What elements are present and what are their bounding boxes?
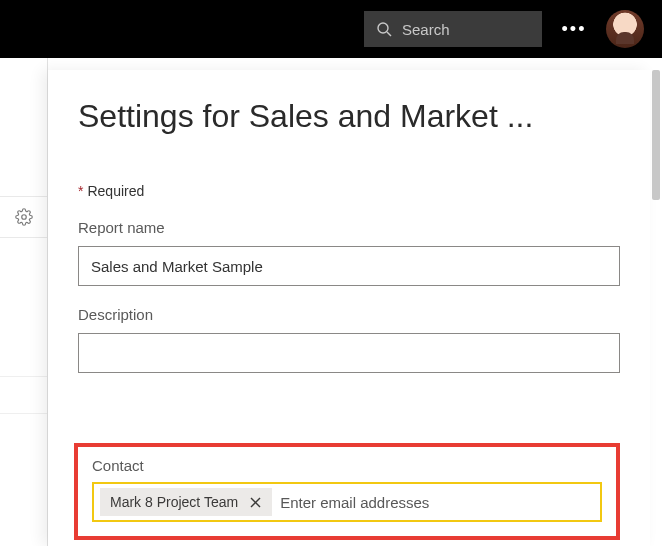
contact-chip-label: Mark 8 Project Team (110, 494, 238, 510)
scrollbar-thumb[interactable] (652, 70, 660, 200)
chip-remove-button[interactable] (246, 493, 264, 511)
report-name-input[interactable] (78, 246, 620, 286)
report-name-label: Report name (78, 219, 620, 236)
svg-point-0 (378, 23, 388, 33)
contact-section-highlight: Contact Mark 8 Project Team (74, 443, 620, 540)
page-title: Settings for Sales and Market ... (78, 98, 620, 135)
required-note: *Required (78, 183, 620, 199)
left-nav-sliver (0, 58, 48, 546)
nav-row[interactable] (0, 376, 47, 414)
nav-settings-row[interactable] (0, 196, 47, 238)
contact-field[interactable]: Mark 8 Project Team (92, 482, 602, 522)
contact-chip: Mark 8 Project Team (100, 488, 272, 516)
settings-panel: Settings for Sales and Market ... *Requi… (48, 70, 650, 546)
avatar[interactable] (606, 10, 644, 48)
description-label: Description (78, 306, 620, 323)
description-input[interactable] (78, 333, 620, 373)
search-box[interactable] (364, 11, 542, 47)
close-icon (250, 497, 261, 508)
search-icon (376, 21, 392, 37)
svg-line-1 (387, 32, 391, 36)
top-bar: ••• (0, 0, 662, 58)
search-input[interactable] (402, 21, 530, 38)
contact-input[interactable] (280, 494, 594, 511)
more-button[interactable]: ••• (556, 11, 592, 47)
contact-label: Contact (92, 457, 602, 474)
required-asterisk: * (78, 183, 83, 199)
gear-icon (15, 208, 33, 226)
svg-point-2 (21, 215, 26, 220)
